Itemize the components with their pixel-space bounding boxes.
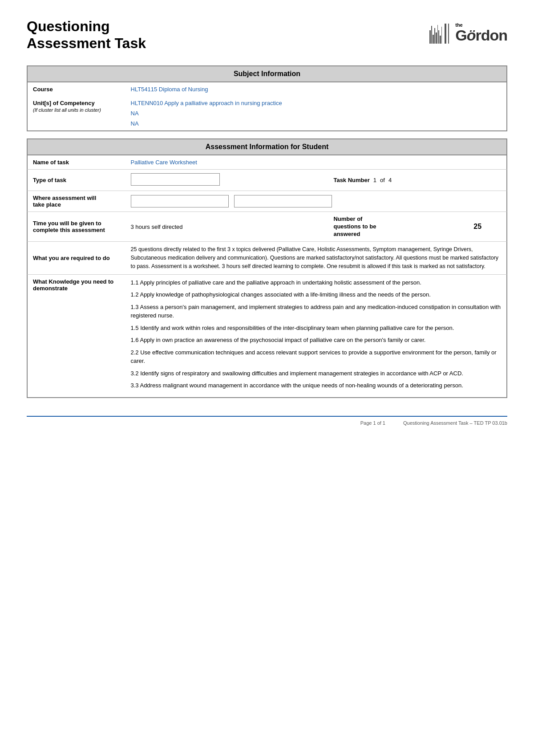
assessment-heading-text: Assessment Information for Student [206, 143, 328, 150]
assessment-section: Assessment Information for Student Name … [27, 138, 507, 398]
task-number-of-text: of [380, 177, 385, 183]
page-title: Questioning Assessment Task [27, 18, 146, 52]
page-header: Questioning Assessment Task the Gördon [27, 18, 507, 52]
units-sublabel-text: (If cluster list all units in cluster) [33, 107, 101, 113]
knowledge-items-cell: 1.1 Apply principles of palliative care … [125, 274, 507, 397]
task-number-cell: Task Number 1 of 4 [328, 169, 468, 191]
assessment-section-header: Assessment Information for Student [27, 139, 507, 155]
task-number-group: Task Number 1 of 4 [333, 177, 463, 183]
assessment-info-table: Name of task Palliative Care Worksheet T… [27, 155, 507, 398]
type-of-task-row: Type of task Task Number 1 of 4 [28, 169, 507, 191]
task-number-label: Task Number [333, 177, 369, 183]
knowledge-row: What Knowledge you need to demonstrate 1… [28, 274, 507, 397]
knowledge-item: 1.3 Assess a person's pain management, a… [131, 303, 502, 320]
footer-page-info: Page 1 of 1 [360, 420, 385, 426]
units-value1: HLTENN010 Apply a palliative approach in… [131, 100, 502, 106]
units-label-text: Unit[s] of Competency [33, 100, 95, 106]
where-label-text: Where assessment will take place [33, 195, 96, 208]
where-input-1[interactable] [131, 195, 229, 207]
units-value3: NA [131, 120, 502, 127]
what-required-label: What you are required to do [28, 242, 125, 274]
knowledge-item: 1.2 Apply knowledge of pathophysiologica… [131, 290, 502, 299]
task-number-value: 1 [373, 177, 376, 183]
where-label: Where assessment will take place [28, 191, 125, 211]
units-row: Unit[s] of Competency (If cluster list a… [28, 96, 507, 131]
knowledge-item: 3.3 Address malignant wound management i… [131, 381, 502, 390]
where-assessment-row: Where assessment will take place [28, 191, 507, 211]
title-line1: Questioning [27, 18, 110, 34]
page-footer: Page 1 of 1 Questioning Assessment Task … [27, 416, 507, 426]
num-questions-value: 25 [473, 223, 481, 230]
type-of-task-input[interactable] [131, 173, 220, 186]
units-label: Unit[s] of Competency (If cluster list a… [28, 96, 125, 131]
time-label: Time you will be given to complete this … [28, 211, 125, 242]
units-value2: NA [131, 110, 502, 117]
knowledge-label: What Knowledge you need to demonstrate [28, 274, 125, 397]
subject-heading-text: Subject Information [234, 70, 300, 77]
knowledge-item: 1.1 Apply principles of palliative care … [131, 278, 502, 287]
subject-section: Subject Information Course HLT54115 Dipl… [27, 65, 507, 131]
task-number-total: 4 [388, 177, 392, 183]
subject-info-table: Course HLT54115 Diploma of Nursing Unit[… [27, 82, 507, 131]
num-questions-group: Number of questions to be answered [333, 215, 463, 238]
knowledge-list: 1.1 Apply principles of palliative care … [131, 278, 502, 390]
type-of-task-input-cell [125, 169, 328, 191]
title-line2: Assessment Task [27, 35, 146, 51]
what-required-row: What you are required to do 25 questions… [28, 242, 507, 274]
name-of-task-value: Palliative Care Worksheet [125, 155, 507, 169]
logo-area: the Gördon [429, 21, 507, 44]
knowledge-item: 3.2 Identify signs of respiratory and sw… [131, 369, 502, 378]
num-questions-label-text: Number of questions to be answered [333, 215, 376, 237]
time-value-cell: 3 hours self directed [125, 211, 328, 242]
course-row: Course HLT54115 Diploma of Nursing [28, 82, 507, 96]
where-input-cell [125, 191, 507, 211]
num-questions-cell: Number of questions to be answered [328, 211, 468, 242]
name-of-task-row: Name of task Palliative Care Worksheet [28, 155, 507, 169]
num-questions-label: Number of questions to be answered [333, 215, 463, 238]
logo-barcode-icon [429, 21, 449, 44]
knowledge-item: 1.5 Identify and work within roles and r… [131, 324, 502, 333]
type-of-task-label: Type of task [28, 169, 125, 191]
knowledge-item: 1.6 Apply in own practice an awareness o… [131, 336, 502, 345]
where-inputs-group [131, 195, 502, 207]
subject-section-header: Subject Information [27, 66, 507, 82]
gordon-logo-text: Gördon [455, 28, 507, 43]
name-of-task-label: Name of task [28, 155, 125, 169]
course-label: Course [28, 82, 125, 96]
num-questions-value-cell: 25 [468, 211, 506, 242]
time-value: 3 hours self directed [131, 224, 183, 230]
knowledge-item: 2.2 Use effective communication techniqu… [131, 348, 502, 366]
what-required-value: 25 questions directly related to the fir… [125, 242, 507, 274]
course-value: HLT54115 Diploma of Nursing [125, 82, 507, 96]
time-label-text: Time you will be given to complete this … [33, 220, 105, 233]
units-value-cell: HLTENN010 Apply a palliative approach in… [125, 96, 507, 131]
footer-doc-ref: Questioning Assessment Task – TED TP 03.… [403, 420, 507, 426]
time-questions-row: Time you will be given to complete this … [28, 211, 507, 242]
where-input-2[interactable] [234, 195, 332, 207]
